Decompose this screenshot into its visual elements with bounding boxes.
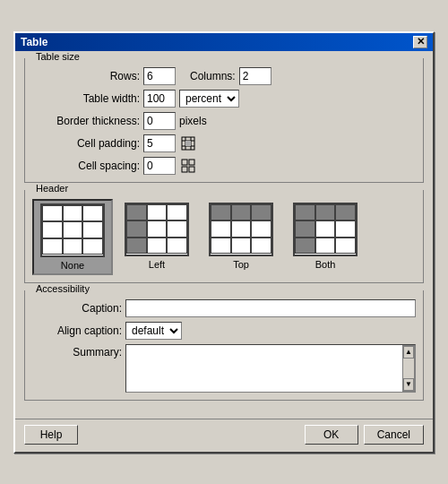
scrollbar-down-button[interactable]: ▼	[403, 378, 414, 391]
cell	[147, 204, 168, 221]
cell	[231, 204, 252, 221]
width-unit-select[interactable]: percent pixels	[180, 91, 238, 107]
accessibility-group: Accessibility Caption: Align caption: de…	[24, 290, 424, 401]
summary-scrollbar[interactable]: ▲ ▼	[402, 345, 415, 392]
accessibility-group-label: Accessibility	[32, 283, 93, 294]
header-option-both[interactable]: Both	[285, 199, 366, 275]
cell-spacing-label: Cell spacing:	[41, 160, 140, 172]
cell	[335, 220, 356, 238]
dialog-body: Table size Rows: 6 Columns: 2 Table widt…	[15, 51, 433, 415]
cell	[251, 220, 271, 238]
cell	[42, 221, 63, 238]
cell	[82, 238, 103, 255]
svg-rect-6	[182, 160, 187, 165]
summary-label: Summary:	[41, 346, 122, 359]
cell	[82, 221, 103, 238]
table-dialog: Table ✕ Table size Rows: 6 Columns: 2 Ta…	[13, 31, 435, 454]
cell-spacing-input[interactable]	[143, 157, 176, 175]
cell	[167, 238, 187, 255]
title-bar: Table ✕	[15, 33, 433, 51]
cell	[147, 220, 168, 238]
header-option-top[interactable]: Top	[201, 199, 281, 275]
cell	[295, 204, 315, 221]
svg-rect-5	[185, 141, 191, 146]
left-label: Left	[149, 259, 165, 270]
header-group: Header None	[24, 190, 424, 283]
cell	[82, 205, 103, 222]
table-size-label: Table size	[32, 51, 83, 62]
cell	[231, 220, 252, 238]
header-option-left[interactable]: Left	[116, 199, 197, 275]
cell-spacing-row: Cell spacing: 0	[32, 157, 416, 175]
none-preview	[40, 203, 105, 257]
cell	[167, 220, 187, 238]
table-width-row: Table width: 100 percent pixels	[32, 90, 416, 108]
cell	[335, 204, 356, 221]
ok-button[interactable]: OK	[305, 425, 358, 445]
cell	[167, 204, 187, 221]
rows-input[interactable]	[143, 67, 176, 85]
none-label: None	[61, 260, 84, 271]
ok-cancel-group: OK Cancel	[305, 425, 424, 445]
dialog-footer: Help OK Cancel	[15, 419, 433, 452]
border-thickness-input[interactable]	[143, 112, 176, 130]
summary-input-wrapper: ▲ ▼	[125, 344, 416, 393]
left-preview	[125, 203, 189, 256]
cell	[315, 204, 336, 221]
padding-grid-icon	[181, 136, 195, 151]
summary-row: Summary: ▲ ▼	[32, 344, 416, 393]
border-thickness-row: Border thickness: 0 pixels	[32, 112, 416, 130]
help-button[interactable]: Help	[24, 425, 78, 445]
cell	[126, 204, 147, 221]
scrollbar-up-button[interactable]: ▲	[403, 346, 414, 359]
border-thickness-label: Border thickness:	[41, 115, 140, 127]
caption-input[interactable]	[125, 299, 416, 317]
table-width-label: Table width:	[41, 92, 140, 105]
header-options: None Left	[32, 199, 416, 275]
svg-rect-7	[189, 160, 194, 165]
align-caption-select[interactable]: default left right top bottom	[126, 323, 181, 339]
header-group-label: Header	[32, 183, 72, 194]
cell	[126, 238, 147, 255]
top-preview	[209, 203, 273, 256]
table-width-input[interactable]	[143, 90, 176, 108]
align-caption-label: Align caption:	[41, 324, 122, 337]
dialog-title: Table	[21, 36, 47, 48]
top-label: Top	[233, 259, 249, 270]
cell	[42, 205, 63, 222]
both-label: Both	[315, 259, 336, 270]
cell	[211, 220, 231, 238]
cell	[295, 238, 315, 255]
svg-rect-9	[189, 167, 194, 172]
cell	[42, 238, 63, 255]
cell-padding-label: Cell padding:	[41, 137, 140, 150]
rows-cols-row: Rows: 6 Columns: 2	[32, 67, 416, 85]
columns-label: Columns:	[190, 70, 236, 82]
cell	[251, 238, 271, 255]
cell	[335, 238, 356, 255]
cell	[211, 204, 231, 221]
scrollbar-track	[403, 359, 414, 378]
cell	[295, 220, 315, 238]
cell-padding-row: Cell padding: 5	[32, 134, 416, 152]
cell	[126, 220, 147, 238]
svg-rect-8	[182, 167, 187, 172]
cell	[231, 238, 252, 255]
both-preview	[293, 203, 358, 256]
cell	[63, 205, 83, 222]
cell	[63, 238, 83, 255]
cell-padding-input[interactable]	[143, 134, 176, 152]
table-size-group: Table size Rows: 6 Columns: 2 Table widt…	[24, 58, 424, 183]
rows-label: Rows:	[41, 70, 140, 82]
align-caption-row: Align caption: default left right top bo…	[32, 322, 416, 340]
border-unit: pixels	[179, 115, 207, 127]
summary-textarea[interactable]	[126, 345, 402, 392]
cell	[147, 238, 168, 255]
spacing-grid-icon	[181, 159, 195, 173]
caption-label: Caption:	[41, 302, 122, 315]
close-button[interactable]: ✕	[413, 36, 427, 48]
caption-row: Caption:	[32, 299, 416, 317]
header-option-none[interactable]: None	[32, 199, 113, 275]
cancel-button[interactable]: Cancel	[364, 425, 424, 445]
columns-input[interactable]	[239, 67, 271, 85]
